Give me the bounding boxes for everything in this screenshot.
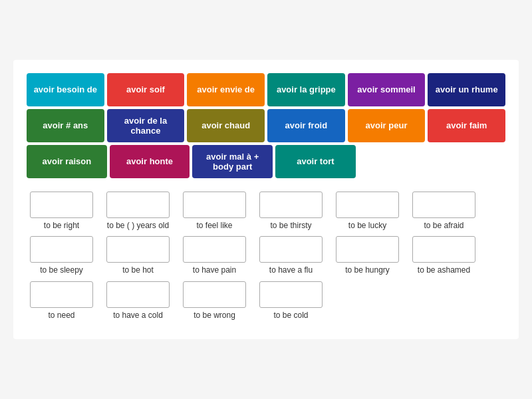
- match-label-cold-have: to have a cold: [113, 311, 163, 321]
- match-col-cold-be: to be cold: [256, 281, 326, 321]
- tile-avoir-froid[interactable]: avoir froid: [267, 109, 345, 142]
- match-col-hungry: to be hungry: [332, 236, 402, 276]
- tiles-row-1: avoir besoin deavoir soifavoir envie dea…: [27, 73, 505, 106]
- match-col-ashamed: to be ashamed: [409, 236, 479, 276]
- match-label-feel-like: to feel like: [196, 221, 232, 231]
- answer-box-right[interactable]: [30, 192, 93, 218]
- tiles-section: avoir besoin deavoir soifavoir envie dea…: [27, 73, 505, 178]
- tile-avoir-raison[interactable]: avoir raison: [27, 145, 107, 178]
- match-col-lucky: to be lucky: [332, 192, 402, 231]
- tile-avoir-honte[interactable]: avoir honte: [110, 145, 190, 178]
- match-label-right: to be right: [44, 221, 79, 231]
- tiles-row-3: avoir raisonavoir honteavoir mal à + bod…: [27, 145, 505, 178]
- tile-avoir-soif[interactable]: avoir soif: [107, 73, 185, 106]
- match-label-wrong: to be wrong: [194, 311, 235, 321]
- tiles-row-2: avoir # ansavoir de la chanceavoir chaud…: [27, 109, 505, 142]
- tile-avoir-mal[interactable]: avoir mal à + body part: [192, 145, 273, 178]
- answer-box-flu[interactable]: [259, 236, 323, 263]
- answer-box-hungry[interactable]: [336, 236, 399, 263]
- match-label-years-old: to be ( ) years old: [107, 221, 169, 231]
- match-row-2: to be sleepyto be hotto have painto have…: [27, 236, 505, 276]
- match-label-ashamed: to be ashamed: [418, 265, 470, 276]
- answer-box-feel-like[interactable]: [183, 192, 246, 218]
- match-col-feel-like: to feel like: [180, 192, 249, 231]
- match-col-wrong: to be wrong: [180, 281, 249, 321]
- answer-box-need[interactable]: [30, 281, 93, 308]
- tile-avoir-envie-de[interactable]: avoir envie de: [187, 73, 265, 106]
- match-label-sleepy: to be sleepy: [40, 265, 83, 276]
- match-col-right: to be right: [27, 192, 96, 231]
- match-col-cold-have: to have a cold: [103, 281, 173, 321]
- match-label-need: to need: [48, 311, 74, 321]
- match-col-afraid: to be afraid: [409, 192, 479, 231]
- tile-avoir-un-rhume[interactable]: avoir un rhume: [428, 73, 505, 106]
- answer-box-sleepy[interactable]: [30, 236, 93, 263]
- match-label-hungry: to be hungry: [345, 265, 390, 276]
- answer-box-thirsty[interactable]: [259, 192, 323, 218]
- tile-avoir-ans[interactable]: avoir # ans: [27, 109, 104, 142]
- tile-avoir-la-grippe[interactable]: avoir la grippe: [267, 73, 345, 106]
- tile-avoir-faim[interactable]: avoir faim: [428, 109, 505, 142]
- match-row-1: to be rightto be ( ) years oldto feel li…: [27, 192, 505, 231]
- tile-avoir-tort[interactable]: avoir tort: [275, 145, 356, 178]
- answer-box-ashamed[interactable]: [412, 236, 475, 263]
- tile-spacer: [358, 145, 431, 178]
- match-label-thirsty: to be thirsty: [270, 221, 311, 231]
- match-col-years-old: to be ( ) years old: [103, 192, 173, 231]
- tile-avoir-sommeil[interactable]: avoir sommeil: [348, 73, 426, 106]
- answer-box-lucky[interactable]: [336, 192, 399, 218]
- match-col-flu: to have a flu: [256, 236, 326, 276]
- match-label-flu: to have a flu: [269, 265, 313, 276]
- match-label-afraid: to be afraid: [424, 221, 464, 231]
- match-row-3: to needto have a coldto be wrongto be co…: [27, 281, 505, 321]
- match-section: to be rightto be ( ) years oldto feel li…: [27, 192, 505, 327]
- match-col-sleepy: to be sleepy: [27, 236, 96, 276]
- tile-spacer: [433, 145, 505, 178]
- main-container: avoir besoin deavoir soifavoir envie dea…: [13, 60, 519, 340]
- answer-box-pain[interactable]: [183, 236, 246, 263]
- answer-box-cold-have[interactable]: [106, 281, 170, 308]
- answer-box-years-old[interactable]: [106, 192, 170, 218]
- match-col-thirsty: to be thirsty: [256, 192, 326, 231]
- match-label-hot: to be hot: [122, 265, 154, 276]
- answer-box-hot[interactable]: [106, 236, 170, 263]
- tile-avoir-chaud[interactable]: avoir chaud: [187, 109, 265, 142]
- answer-box-cold-be[interactable]: [259, 281, 323, 308]
- match-label-lucky: to be lucky: [348, 221, 386, 231]
- tile-avoir-peur[interactable]: avoir peur: [348, 109, 426, 142]
- tile-avoir-de-la-chance[interactable]: avoir de la chance: [107, 109, 185, 142]
- match-label-pain: to have pain: [193, 265, 236, 276]
- match-col-pain: to have pain: [180, 236, 249, 276]
- answer-box-wrong[interactable]: [183, 281, 246, 308]
- answer-box-afraid[interactable]: [412, 192, 475, 218]
- match-label-cold-be: to be cold: [273, 311, 308, 321]
- match-col-need: to need: [27, 281, 96, 321]
- tile-avoir-besoin-de[interactable]: avoir besoin de: [27, 73, 104, 106]
- match-col-hot: to be hot: [103, 236, 173, 276]
